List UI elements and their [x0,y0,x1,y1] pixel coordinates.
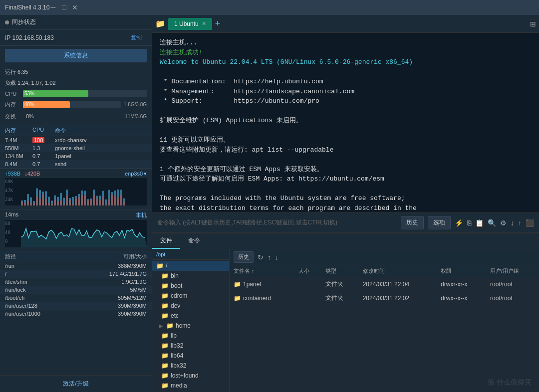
col-size[interactable]: 大小 [294,265,321,277]
disk-row[interactable]: /run/lock5M/5M [0,286,152,294]
ftree-item-boot[interactable]: 📁 boot [152,281,229,291]
file-perms: drwxr-xr-x [437,277,486,291]
swap-pct: 0% [26,112,34,122]
latency-graph: 14ms 本机 [0,209,152,251]
cpu-pct: 53% [24,89,34,98]
file-history-button[interactable]: 历史 [234,251,254,263]
tab-commands[interactable]: 命令 [180,233,208,249]
tab-files[interactable]: 文件 [152,233,180,249]
folder-icon[interactable]: 📁 [155,19,165,28]
bottom-tab-bar: 文件 命令 [152,233,539,249]
sys-info-button[interactable]: 系统信息 [5,49,147,62]
col-type[interactable]: 类型 [321,265,358,277]
cmd-placeholder: 命令输入 (按ALT键提示历史,TAB键路径,ESC键返回,双击CTRL切换) [157,218,397,227]
file-type: 文件夹 [321,291,358,305]
proc-mem: 134.8M [5,153,32,159]
disk-row[interactable]: /run388M/390M [0,262,152,270]
bottom-panel: 文件 命令 /opt 📁 / 📁 bin [152,232,539,392]
disk-col-avail: 可用/大小 [97,253,147,260]
main-layout: 同步状态 IP 192.168.50.183 复制 系统信息 运行 6:35 负… [0,15,539,392]
file-perms: drwx--x--x [437,291,486,305]
disk-row[interactable]: /boot/efi505M/512M [0,294,152,302]
proc-cmd: 1panel [55,153,147,159]
ftree-item-home[interactable]: ▶ 📁 home [152,321,229,331]
expand-icon[interactable]: ⬛ [526,219,534,227]
options-button[interactable]: 选项 [428,216,451,229]
ftree-item-lib[interactable]: 📁 lib [152,331,229,341]
close-button[interactable]: ✕ [71,4,78,11]
search-icon[interactable]: 🔍 [488,219,496,227]
disk-row[interactable]: /run/user/1000390M/390M [0,310,152,318]
paste-icon[interactable]: 📋 [475,219,484,227]
tab-close-icon[interactable]: ✕ [202,20,206,27]
ftree-label: cdrom [171,292,187,299]
proc-col-mem: 内存 [5,127,32,134]
titlebar: FinalShell 4.3.10 ─ □ ✕ [0,0,539,15]
proc-row[interactable]: 8.4M 0.7 sshd [0,160,152,168]
col-perms[interactable]: 权限 [437,265,486,277]
terminal-line [160,126,532,136]
right-panel: 📁 1 Ubuntu ✕ + ⊞ 连接主机... 连接主机成功! Welcome… [152,15,539,392]
mem-row: 内存 48% 1.8G/3.8G [5,100,147,110]
load-row: 负载 1.24, 1.07, 1.02 [5,78,147,88]
disk-table-header: 路径 可用/大小 [0,251,152,262]
disk-row[interactable]: /dev/shm1.9G/1.9G [0,278,152,286]
col-owner[interactable]: 用户/用户组 [486,265,539,277]
left-panel: 同步状态 IP 192.168.50.183 复制 系统信息 运行 6:35 负… [0,15,152,392]
ftree-item-media[interactable]: 📁 media [152,381,229,391]
ftree-item-lib32[interactable]: 📁 lib32 [152,341,229,351]
grid-icon[interactable]: ⊞ [530,20,536,28]
folder-icon: 📁 [161,302,169,309]
ftree-item-bin[interactable]: 📁 bin [152,271,229,281]
ftree-item-libx32[interactable]: 📁 libx32 [152,361,229,371]
download-file-icon[interactable]: ↓ [275,253,278,261]
ftree-item-root[interactable]: 📁 / [152,261,229,271]
app-title: FinalShell 4.3.10 [5,4,49,11]
file-modified: 2024/03/31 22:04 [359,277,437,291]
upgrade-button[interactable]: 激活/升级 [0,375,152,392]
col-filename[interactable]: 文件名 ↑ [230,265,294,277]
proc-row[interactable]: 7.4M 100 xrdp-chansrv [0,136,152,144]
ip-address: IP 192.168.50.183 [5,34,54,41]
upload-file-icon[interactable]: ↑ [268,253,271,261]
copy-ip-button[interactable]: 复制 [126,32,147,43]
window-controls: ─ □ ✕ [49,4,78,11]
lightning-icon[interactable]: ⚡ [455,219,463,227]
process-list: 7.4M 100 xrdp-chansrv 558M 1.3 gnome-she… [0,136,152,168]
history-button[interactable]: 历史 [401,216,424,229]
ftree-item-lost-found[interactable]: 📁 lost+found [152,371,229,381]
minimize-button[interactable]: ─ [49,4,56,11]
terminal[interactable]: 连接主机... 连接主机成功! Welcome to Ubuntu 22.04.… [152,33,539,212]
ftree-item-lib64[interactable]: 📁 lib64 [152,351,229,361]
proc-row[interactable]: 558M 1.3 gnome-shell [0,144,152,152]
ftree-label: etc [171,312,179,319]
refresh-icon[interactable]: ↻ [258,253,264,261]
file-row[interactable]: 📁containerd 文件夹 2024/03/31 22:02 drwx--x… [230,291,539,305]
disk-row[interactable]: /run/user/128390M/390M [0,302,152,310]
tab-add-button[interactable]: + [215,18,221,29]
ftree-item-etc[interactable]: 📁 etc [152,311,229,321]
terminal-tab[interactable]: 1 Ubuntu ✕ [168,18,212,30]
folder-icon: 📁 [161,372,169,379]
ftree-item-dev[interactable]: 📁 dev [152,301,229,311]
gear-icon[interactable]: ⚙ [500,219,507,227]
system-stats: 运行 6:35 负载 1.24, 1.07, 1.02 CPU 53% 内存 4… [0,65,152,125]
tab-bar: 📁 1 Ubuntu ✕ + ⊞ [152,15,539,33]
file-owner: root/root [486,291,539,305]
ftree-label: home [176,322,191,329]
runtime-row: 运行 6:35 [5,67,147,77]
file-row[interactable]: 📁1panel 文件夹 2024/03/31 22:04 drwxr-xr-x … [230,277,539,291]
maximize-button[interactable]: □ [60,4,67,11]
download-icon[interactable]: ↓ [511,219,514,227]
proc-row[interactable]: 134.8M 0.7 1panel [0,152,152,160]
file-modified: 2024/03/31 22:02 [359,291,437,305]
latency-stats: 14ms 本机 [5,211,147,219]
upload-icon[interactable]: ↑ [518,219,522,227]
copy-icon[interactable]: ⎘ [467,219,471,227]
file-folder-icon: 📁 [234,295,241,302]
col-modified[interactable]: 修改时间 [359,265,437,277]
file-owner: root/root [486,277,539,291]
disk-row[interactable]: /171.4G/191.7G [0,270,152,278]
cpu-bar: 53% [23,90,88,97]
ftree-item-cdrom[interactable]: 📁 cdrom [152,291,229,301]
